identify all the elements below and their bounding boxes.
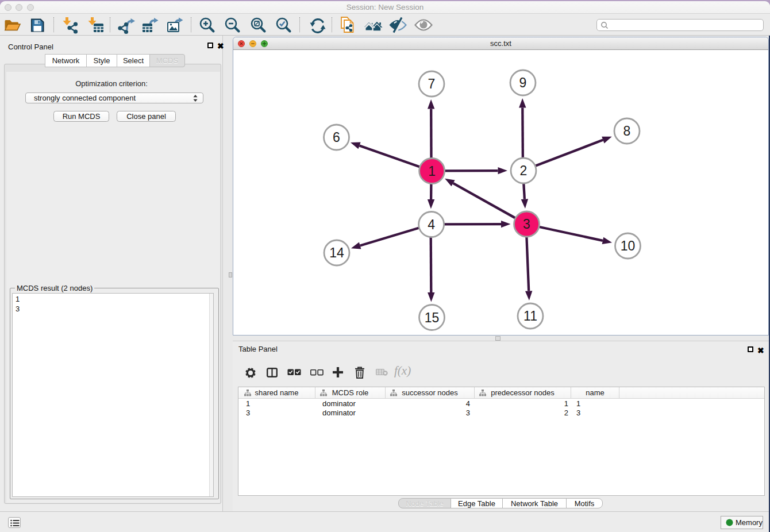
svg-text:1: 1: [428, 164, 436, 179]
svg-text:2: 2: [520, 163, 528, 178]
svg-text:14: 14: [329, 245, 344, 260]
svg-text:6: 6: [333, 130, 340, 145]
svg-text:11: 11: [523, 309, 537, 323]
svg-text:4: 4: [428, 217, 435, 232]
svg-text:8: 8: [623, 124, 631, 138]
svg-text:7: 7: [428, 76, 436, 91]
svg-text:15: 15: [425, 310, 440, 325]
svg-text:10: 10: [621, 238, 636, 253]
svg-text:9: 9: [519, 75, 527, 90]
svg-text:3: 3: [523, 217, 530, 232]
